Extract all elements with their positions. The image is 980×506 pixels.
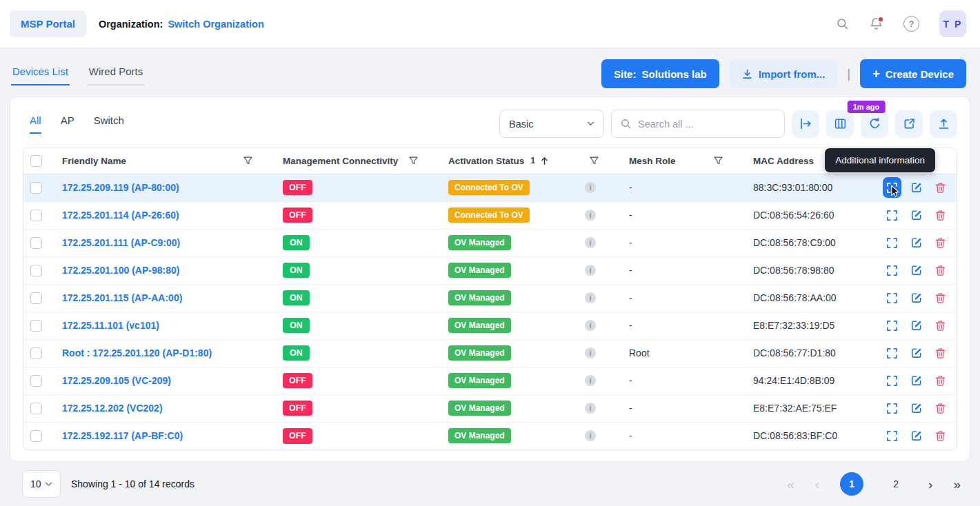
search-icon[interactable] [836,17,849,30]
table-row[interactable]: 172.25.192.117 (AP-BF:C0)OFFOV Managedi-… [23,422,957,449]
fit-columns-button[interactable] [792,110,819,138]
additional-info-button[interactable] [883,287,901,308]
organization-link[interactable]: Switch Organization [168,19,263,30]
device-name-link[interactable]: 172.25.12.202 (VC202) [62,403,163,414]
edit-button[interactable] [907,425,926,446]
additional-info-button[interactable] [883,398,901,418]
table-row[interactable]: 172.25.201.111 (AP-C9:00)ONOV Managedi-D… [23,229,957,256]
delete-button[interactable] [931,260,950,281]
edit-button[interactable] [907,177,926,198]
row-checkbox[interactable] [30,292,42,304]
edit-button[interactable] [907,260,926,281]
next-page-button[interactable]: › [928,478,932,491]
additional-info-button[interactable] [883,205,901,225]
row-checkbox[interactable] [30,265,42,276]
page-button-1[interactable]: 1 [840,472,863,496]
additional-info-button[interactable] [883,425,901,446]
device-name-link[interactable]: 172.25.209.105 (VC-209) [62,375,171,386]
additional-info-button[interactable] [883,315,901,336]
info-icon[interactable]: i [585,347,596,358]
tab-devices-list[interactable]: Devices List [11,63,70,85]
delete-button[interactable] [931,205,950,225]
table-row[interactable]: 172.25.209.105 (VC-209)OFFOV Managedi-94… [23,367,957,394]
info-icon[interactable]: i [585,430,596,441]
additional-info-button[interactable] [883,370,901,391]
row-checkbox[interactable] [30,237,42,249]
edit-button[interactable] [907,343,926,363]
export-button[interactable] [930,110,957,138]
delete-button[interactable] [931,177,950,198]
delete-button[interactable] [931,315,950,336]
create-device-button[interactable]: + Create Device [860,59,966,88]
device-name-link[interactable]: 172.25.11.101 (vc101) [62,320,159,331]
table-row[interactable]: 172.25.209.119 (AP-80:00)OFFConnected To… [23,174,957,201]
row-checkbox[interactable] [30,375,42,387]
tab-switch[interactable]: Switch [94,114,124,134]
row-checkbox[interactable] [30,430,42,442]
edit-button[interactable] [907,398,926,418]
tab-all[interactable]: All [30,114,41,134]
refresh-button[interactable] [861,110,888,138]
info-icon[interactable]: i [585,320,596,331]
additional-info-button[interactable] [883,177,901,198]
table-row[interactable]: 172.25.11.101 (vc101)ONOV Managedi-E8:E7… [23,312,957,339]
row-checkbox[interactable] [30,182,42,194]
table-row[interactable]: Root : 172.25.201.120 (AP-D1:80)ONOV Man… [23,339,957,367]
filter-icon[interactable] [714,156,723,165]
page-button-2[interactable]: 2 [884,472,908,496]
filter-icon[interactable] [243,156,252,165]
delete-button[interactable] [931,398,950,418]
info-icon[interactable]: i [585,292,596,303]
delete-button[interactable] [931,370,950,391]
row-checkbox[interactable] [30,347,42,359]
info-icon[interactable]: i [585,375,596,386]
sort-ascending-icon[interactable] [540,156,549,165]
info-icon[interactable]: i [585,210,596,221]
device-name-link[interactable]: 172.25.192.117 (AP-BF:C0) [62,430,183,441]
alarms-icon[interactable] [869,17,883,31]
info-icon[interactable]: i [585,403,596,414]
delete-button[interactable] [931,425,950,446]
import-from-button[interactable]: Import from... [729,59,838,88]
page-size-select[interactable]: 10 [22,470,61,498]
additional-info-button[interactable] [883,260,901,281]
device-name-link[interactable]: 172.25.201.111 (AP-C9:00) [62,237,180,248]
last-page-button[interactable]: » [953,478,961,491]
help-icon[interactable]: ? [903,16,919,32]
tab-wired-ports[interactable]: Wired Ports [88,63,144,85]
table-row[interactable]: 172.25.201.100 (AP-98:80)ONOV Managedi-D… [23,256,957,284]
row-checkbox[interactable] [30,320,42,332]
device-name-link[interactable]: 172.25.209.119 (AP-80:00) [62,182,179,193]
site-selector-button[interactable]: Site: Solutions lab [601,59,719,88]
user-avatar[interactable]: T P [939,10,966,37]
open-new-window-button[interactable] [895,110,923,138]
search-input[interactable] [638,119,776,130]
select-all-checkbox[interactable] [30,155,42,167]
additional-info-button[interactable] [883,343,901,363]
edit-button[interactable] [907,370,926,391]
table-row[interactable]: 172.25.12.202 (VC202)OFFOV Managedi-E8:E… [23,394,957,422]
device-name-link[interactable]: 172.25.201.115 (AP-AA:00) [62,292,182,303]
device-name-link[interactable]: Root : 172.25.201.120 (AP-D1:80) [62,347,212,358]
tab-ap[interactable]: AP [61,114,74,134]
edit-button[interactable] [907,205,926,225]
device-name-link[interactable]: 172.25.201.114 (AP-26:60) [62,210,179,221]
delete-button[interactable] [931,287,950,308]
row-checkbox[interactable] [30,403,42,414]
filter-icon[interactable] [590,156,599,165]
previous-page-button[interactable]: ‹ [815,478,819,491]
delete-button[interactable] [931,343,950,363]
row-checkbox[interactable] [30,210,42,221]
edit-button[interactable] [907,315,926,336]
view-mode-select[interactable]: Basic [499,110,604,138]
first-page-button[interactable]: « [787,478,794,491]
info-icon[interactable]: i [585,237,596,248]
device-name-link[interactable]: 172.25.201.100 (AP-98:80) [62,265,179,276]
info-icon[interactable]: i [585,265,596,276]
additional-info-button[interactable] [883,232,901,253]
delete-button[interactable] [931,232,950,253]
brand-msp-portal[interactable]: MSP Portal [10,10,86,37]
edit-button[interactable] [907,232,926,253]
filter-icon[interactable] [409,156,418,165]
table-columns-button[interactable] [826,110,854,138]
